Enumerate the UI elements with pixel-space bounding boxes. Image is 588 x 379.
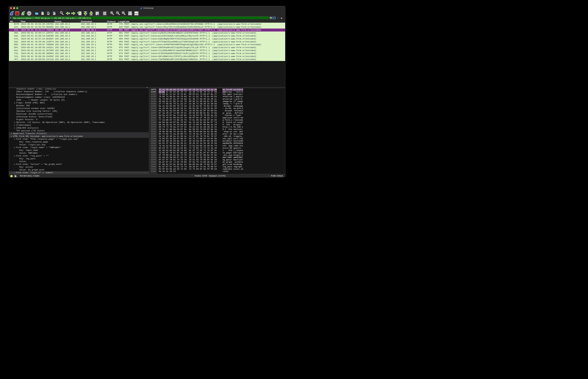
svg-text:2: 2 <box>135 14 136 15</box>
svg-text:3: 3 <box>137 14 138 15</box>
svg-text:1: 1 <box>137 12 138 13</box>
svg-text:01110: 01110 <box>42 14 43 15</box>
